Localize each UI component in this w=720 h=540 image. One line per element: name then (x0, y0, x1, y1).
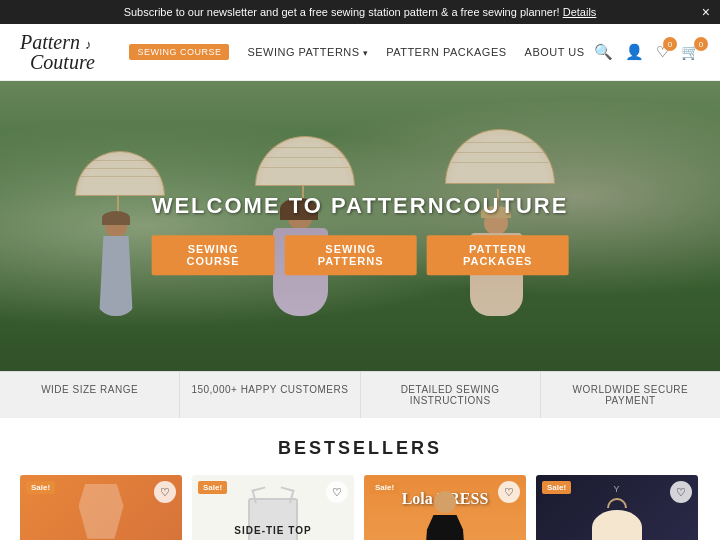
sale-badge-4: Sale! (542, 481, 571, 494)
announcement-text: Subscribe to our newsletter and get a fr… (124, 6, 560, 18)
hero-pattern-packages-button[interactable]: PATTERN PACKAGES (427, 235, 568, 275)
bestsellers-title: BESTSELLERS (20, 438, 700, 459)
hero-section: WELCOME TO PATTERNCOUTURE SEWING COURSE … (0, 81, 720, 371)
nav-sewing-course[interactable]: SEWING COURSE (129, 44, 229, 60)
cart-count: 0 (694, 37, 708, 51)
sale-badge-2: Sale! (198, 481, 227, 494)
stat-payment: WORLDWIDE SECURE PAYMENT (541, 372, 720, 418)
stat-instructions: DETAILED SEWING INSTRUCTIONS (361, 372, 541, 418)
product-card-crescent-bag[interactable]: Sale! ♡ Y Crescent Bag step by step tuto… (536, 475, 698, 540)
logo[interactable]: Pattern ♪ Couture (20, 32, 120, 72)
navigation: SEWING COURSE SEWING PATTERNS PATTERN PA… (129, 44, 584, 60)
product-image-lola-dress: Sale! ♡ Lola DRESS (364, 475, 526, 540)
product-image-crescent-bag: Sale! ♡ Y Crescent Bag step by step tuto… (536, 475, 698, 540)
account-icon[interactable]: 👤 (625, 43, 644, 61)
product-card-lola-dress[interactable]: Sale! ♡ Lola DRESS (364, 475, 526, 540)
bag-handle (607, 498, 627, 508)
wishlist-icon[interactable]: ♡ 0 (656, 43, 669, 61)
product-carousel: Sale! ♡ Milkmaid Top Beginner Sale! (20, 475, 700, 540)
wishlist-count: 0 (663, 37, 677, 51)
product-card-milkmaid-top[interactable]: Sale! ♡ Milkmaid Top Beginner (20, 475, 182, 540)
sale-badge-3: Sale! (370, 481, 399, 494)
logo-line2: Couture (30, 52, 120, 72)
header-icons: 🔍 👤 ♡ 0 🛒 0 (594, 43, 700, 61)
hero-sewing-patterns-button[interactable]: SEWING PATTERNS (284, 235, 417, 275)
product-image-milkmaid-top: Sale! ♡ Milkmaid Top Beginner (20, 475, 182, 540)
hero-buttons: SEWING COURSE SEWING PATTERNS PATTERN PA… (152, 235, 569, 275)
product-4-label: Y (613, 484, 620, 494)
product-image-side-tie-top: Sale! ♡ SIDE-TIE TOP (192, 475, 354, 540)
search-icon[interactable]: 🔍 (594, 43, 613, 61)
hero-title: WELCOME TO PATTERNCOUTURE (152, 193, 569, 219)
nav-about-us[interactable]: ABOUT US (525, 46, 585, 58)
header: Pattern ♪ Couture SEWING COURSE SEWING P… (0, 24, 720, 81)
announcement-bar: Subscribe to our newsletter and get a fr… (0, 0, 720, 24)
bag-shape (592, 510, 642, 540)
product-2-name-overlay: SIDE-TIE TOP (234, 524, 311, 537)
wishlist-button-2[interactable]: ♡ (326, 481, 348, 503)
stat-size-range: WIDE SIZE RANGE (0, 372, 180, 418)
close-announcement-button[interactable]: × (702, 4, 710, 20)
nav-sewing-patterns[interactable]: SEWING PATTERNS (247, 46, 368, 58)
hero-text-block: WELCOME TO PATTERNCOUTURE SEWING COURSE … (152, 193, 569, 275)
sale-badge-1: Sale! (26, 481, 55, 494)
wishlist-button-1[interactable]: ♡ (154, 481, 176, 503)
product-grid: Sale! ♡ Milkmaid Top Beginner Sale! (20, 475, 700, 540)
logo-line1: Pattern ♪ (20, 32, 120, 52)
bestsellers-section: BESTSELLERS Sale! ♡ Milkmaid Top Beginne… (0, 418, 720, 540)
stat-customers: 150,000+ HAPPY CUSTOMERS (180, 372, 360, 418)
nav-pattern-packages[interactable]: PATTERN PACKAGES (386, 46, 506, 58)
stats-bar: WIDE SIZE RANGE 150,000+ HAPPY CUSTOMERS… (0, 371, 720, 418)
announcement-link[interactable]: Details (563, 6, 597, 18)
hero-sewing-course-button[interactable]: SEWING COURSE (152, 235, 275, 275)
cart-icon[interactable]: 🛒 0 (681, 43, 700, 61)
wishlist-button-3[interactable]: ♡ (498, 481, 520, 503)
product-card-side-tie-top[interactable]: Sale! ♡ SIDE-TIE TOP (192, 475, 354, 540)
wishlist-button-4[interactable]: ♡ (670, 481, 692, 503)
